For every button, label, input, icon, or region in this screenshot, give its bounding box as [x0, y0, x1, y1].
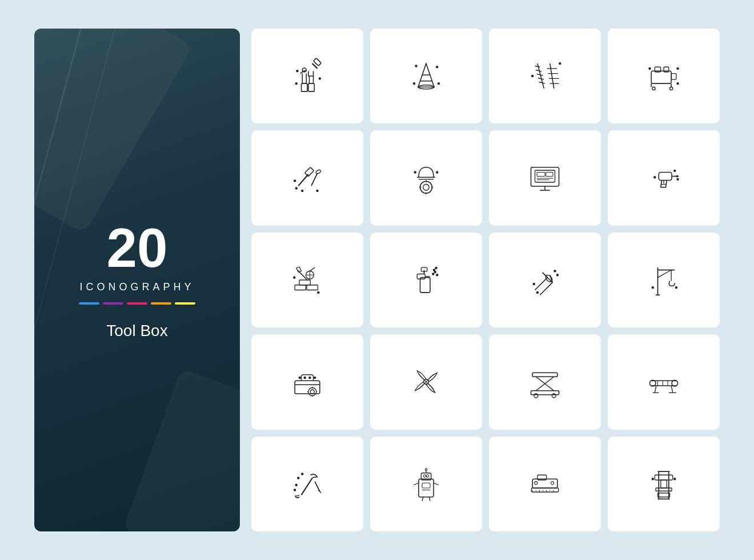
svg-rect-154 — [422, 483, 430, 488]
svg-point-54 — [420, 181, 432, 193]
svg-line-44 — [298, 174, 308, 186]
iconography-label: ICONOGRAPHY — [79, 281, 194, 293]
icon-card-spray-bottle[interactable] — [370, 233, 482, 327]
svg-point-11 — [295, 83, 297, 85]
svg-point-48 — [294, 180, 296, 182]
svg-rect-0 — [302, 83, 308, 91]
svg-rect-8 — [314, 58, 322, 66]
svg-point-113 — [304, 377, 306, 379]
svg-point-94 — [434, 271, 436, 273]
icon-card-robot[interactable] — [370, 437, 482, 531]
svg-rect-36 — [671, 74, 676, 80]
circular-saw-icon — [406, 158, 446, 198]
screw-bolt-icon — [525, 56, 565, 96]
icon-card-windmill[interactable] — [370, 334, 482, 429]
svg-rect-176 — [655, 475, 673, 480]
svg-point-87 — [318, 292, 319, 294]
icon-card-computer-monitor[interactable] — [489, 130, 601, 225]
tools-flask-icon — [287, 56, 327, 96]
conveyor-belt-icon — [644, 362, 684, 402]
svg-point-61 — [436, 171, 438, 173]
svg-point-108 — [676, 287, 677, 289]
svg-rect-81 — [299, 280, 310, 285]
svg-rect-64 — [537, 172, 545, 176]
svg-point-10 — [319, 78, 321, 79]
svg-point-31 — [532, 75, 534, 77]
svg-point-76 — [674, 170, 676, 171]
icon-card-pliers[interactable] — [489, 233, 601, 327]
svg-point-40 — [670, 87, 673, 90]
svg-point-47 — [315, 169, 321, 174]
icon-card-hammer-paint[interactable] — [251, 130, 363, 225]
svg-point-114 — [309, 377, 311, 379]
svg-point-146 — [295, 484, 297, 486]
svg-rect-33 — [651, 71, 671, 83]
svg-line-158 — [422, 497, 423, 501]
svg-rect-125 — [532, 373, 558, 377]
svg-line-157 — [434, 483, 439, 485]
industrial-press-icon — [644, 464, 684, 504]
icon-card-conveyor[interactable] — [608, 334, 720, 429]
svg-point-147 — [294, 489, 296, 491]
main-container: 20 ICONOGRAPHY Tool Box — [34, 29, 720, 531]
hammer-paint-icon — [287, 158, 327, 198]
svg-point-55 — [423, 184, 430, 190]
left-panel: 20 ICONOGRAPHY Tool Box — [34, 29, 240, 531]
svg-point-9 — [296, 70, 298, 72]
svg-point-112 — [299, 377, 301, 379]
icon-card-crane[interactable] — [608, 233, 720, 327]
svg-point-86 — [294, 277, 295, 278]
svg-line-26 — [550, 63, 554, 89]
color-bar-blue — [79, 302, 99, 305]
icon-card-power-drill[interactable] — [608, 130, 720, 225]
svg-line-142 — [315, 481, 320, 491]
icon-card-toolbox-gear[interactable] — [251, 334, 363, 429]
svg-point-60 — [414, 171, 416, 173]
traffic-cone-icon — [406, 56, 446, 96]
svg-point-171 — [551, 481, 554, 484]
svg-point-101 — [533, 283, 535, 285]
icon-card-wrench[interactable] — [251, 437, 363, 531]
svg-point-39 — [652, 87, 655, 90]
svg-point-150 — [423, 475, 426, 477]
svg-rect-177 — [661, 480, 667, 488]
svg-rect-70 — [659, 172, 672, 180]
color-bar-pink — [127, 302, 147, 305]
icon-card-scissor-lift[interactable] — [489, 334, 601, 429]
svg-point-93 — [432, 273, 434, 275]
svg-point-144 — [298, 477, 299, 479]
robot-icon — [406, 464, 446, 504]
power-drill-icon — [644, 158, 684, 198]
svg-line-139 — [671, 386, 673, 393]
svg-point-99 — [554, 270, 556, 272]
scissor-lift-icon — [525, 362, 565, 402]
computer-monitor-icon — [525, 158, 565, 198]
color-bar-orange — [151, 302, 171, 305]
icon-card-circular-saw[interactable] — [370, 130, 482, 225]
svg-rect-88 — [420, 278, 431, 293]
svg-line-22 — [536, 70, 542, 72]
svg-point-43 — [677, 83, 679, 85]
svg-point-17 — [436, 66, 438, 68]
icon-card-bricklaying[interactable] — [251, 233, 363, 327]
icon-card-screw-bolt[interactable] — [489, 29, 601, 123]
wrench-icon — [287, 464, 327, 504]
svg-point-77 — [677, 178, 679, 180]
icon-card-press[interactable] — [608, 437, 720, 531]
svg-line-20 — [538, 63, 544, 89]
svg-rect-1 — [308, 83, 315, 91]
pliers-icon — [525, 260, 565, 300]
svg-point-180 — [652, 478, 653, 480]
collection-title: Tool Box — [106, 322, 167, 340]
svg-point-78 — [654, 177, 656, 178]
icon-card-level-ruler[interactable] — [489, 437, 601, 531]
icon-card-traffic-cone[interactable] — [370, 29, 482, 123]
svg-rect-45 — [304, 167, 314, 176]
icon-card-tools-flask[interactable] — [251, 29, 363, 123]
icon-card-machine-engine[interactable] — [608, 29, 720, 123]
svg-point-102 — [537, 292, 539, 294]
svg-point-49 — [302, 190, 303, 191]
svg-line-138 — [655, 386, 656, 393]
color-bar-purple — [103, 302, 123, 305]
icon-count: 20 — [107, 221, 168, 275]
